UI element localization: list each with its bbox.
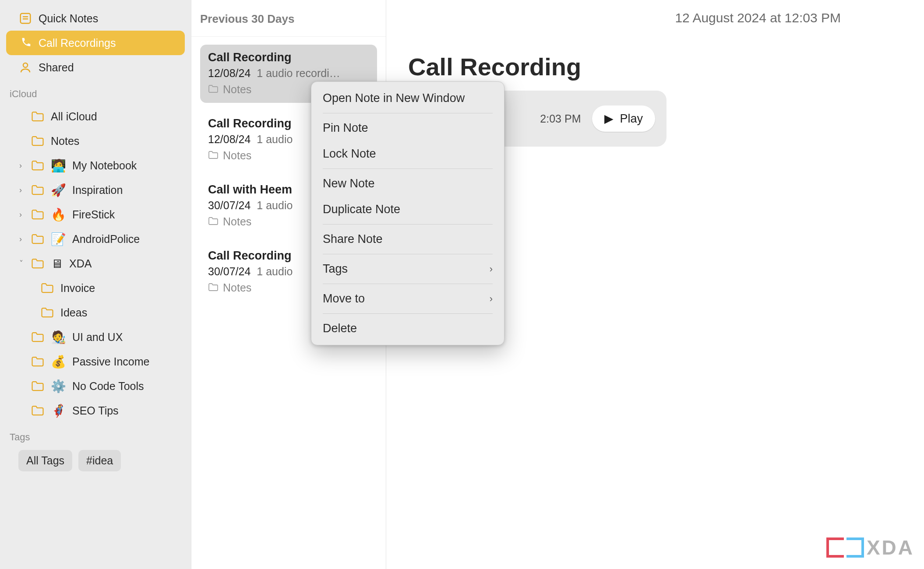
sidebar-folder-seo-tips[interactable]: ›🦸SEO Tips — [18, 398, 185, 423]
folder-emoji: 🔥 — [51, 207, 66, 222]
context-menu-label: Tags — [323, 262, 348, 276]
folder-icon — [31, 110, 45, 123]
sidebar-item-label: Call Recordings — [39, 37, 116, 49]
sidebar-folder-all-icloud[interactable]: ›All iCloud — [18, 104, 185, 129]
folder-icon — [31, 330, 45, 344]
sidebar-item-shared[interactable]: Shared — [6, 55, 185, 80]
note-item-date: 30/07/24 — [208, 265, 250, 278]
context-menu-separator — [323, 254, 493, 254]
chevron-down-icon[interactable]: ˅ — [19, 259, 23, 268]
play-button[interactable]: ▶ Play — [592, 105, 655, 132]
chevron-right-icon[interactable]: › — [19, 186, 22, 195]
context-menu-label: Delete — [323, 322, 357, 335]
chevron-right-icon[interactable]: › — [19, 161, 22, 170]
sidebar-folder-notes[interactable]: ›Notes — [18, 129, 185, 153]
play-label: Play — [620, 112, 643, 126]
sidebar-item-label: Inspiration — [72, 184, 123, 197]
sidebar-folder-passive-income[interactable]: ›💰Passive Income — [18, 349, 185, 374]
sidebar-folder-androidpolice[interactable]: ›📝AndroidPolice — [18, 227, 185, 251]
context-menu-item-lock-note[interactable]: Lock Note — [311, 141, 504, 167]
chevron-right-icon: › — [490, 263, 493, 275]
chevron-right-icon[interactable]: › — [19, 235, 22, 244]
shared-icon — [18, 61, 32, 74]
sidebar-item-label: FireStick — [72, 208, 115, 221]
sidebar-item-label: Passive Income — [72, 355, 149, 368]
sidebar-folder-invoice[interactable]: ›Invoice — [27, 276, 185, 300]
context-menu-label: Lock Note — [323, 147, 376, 161]
sidebar: Quick Notes Call Recordings Shared iClou… — [0, 0, 191, 569]
folder-emoji: 🚀 — [51, 183, 66, 197]
sidebar-item-quick-notes[interactable]: Quick Notes — [6, 6, 185, 31]
folder-icon — [31, 232, 45, 246]
folder-icon — [31, 257, 45, 270]
context-menu-item-delete[interactable]: Delete — [311, 316, 504, 341]
folder-icon — [208, 83, 219, 96]
sidebar-item-label: No Code Tools — [72, 380, 144, 393]
sidebar-item-label: Ideas — [60, 306, 87, 319]
folder-icon — [31, 208, 45, 221]
note-item-summary: 1 audio — [257, 133, 293, 146]
folder-icon — [208, 149, 219, 162]
note-item-folder: Notes — [223, 215, 251, 228]
context-menu-separator — [323, 224, 493, 225]
sidebar-item-label: XDA — [69, 257, 92, 270]
sidebar-section-icloud: iCloud — [6, 81, 185, 102]
note-item-summary: 1 audio recordi… — [257, 67, 340, 80]
sidebar-item-label: My Notebook — [72, 159, 137, 172]
sidebar-item-label: SEO Tips — [72, 404, 119, 417]
context-menu-item-duplicate-note[interactable]: Duplicate Note — [311, 197, 504, 222]
folder-emoji: 📝 — [51, 232, 66, 246]
context-menu-separator — [323, 113, 493, 113]
xda-watermark: XDA — [826, 536, 914, 559]
context-menu-separator — [323, 284, 493, 284]
sidebar-item-label: Quick Notes — [39, 12, 98, 25]
note-item-summary: 1 audio — [257, 199, 293, 212]
folder-emoji: 🧑‍🎨 — [51, 330, 66, 344]
folder-icon — [31, 134, 45, 148]
context-menu-item-pin-note[interactable]: Pin Note — [311, 115, 504, 141]
chevron-right-icon: › — [490, 293, 493, 305]
context-menu-item-tags[interactable]: Tags› — [311, 256, 504, 282]
note-item-folder: Notes — [223, 83, 251, 96]
folder-icon — [31, 379, 45, 393]
tag-chip[interactable]: #idea — [78, 450, 121, 471]
note-item-date: 30/07/24 — [208, 199, 250, 212]
folder-icon — [40, 306, 54, 319]
sidebar-folder-firestick[interactable]: ›🔥FireStick — [18, 202, 185, 227]
sidebar-folder-ideas[interactable]: ›Ideas — [27, 300, 185, 325]
context-menu-item-open-note-in-new-window[interactable]: Open Note in New Window — [311, 85, 504, 111]
context-menu-separator — [323, 313, 493, 314]
sidebar-folder-xda[interactable]: ˅🖥XDA — [18, 251, 185, 276]
tag-chip[interactable]: All Tags — [18, 450, 72, 471]
sidebar-folder-my-notebook[interactable]: ›🧑‍💻My Notebook — [18, 153, 185, 178]
play-icon: ▶ — [604, 112, 614, 126]
chevron-right-icon[interactable]: › — [19, 210, 22, 219]
context-menu-item-move-to[interactable]: Move to› — [311, 286, 504, 312]
sidebar-folder-inspiration[interactable]: ›🚀Inspiration — [18, 178, 185, 202]
context-menu-label: Open Note in New Window — [323, 91, 465, 105]
folder-emoji: 🖥 — [51, 256, 63, 271]
note-list-header: Previous 30 Days — [191, 4, 386, 37]
context-menu-label: New Note — [323, 177, 375, 190]
note-item-date: 12/08/24 — [208, 133, 250, 146]
note-timestamp: 12 August 2024 at 12:03 PM — [675, 11, 841, 25]
tags-row: All Tags#idea — [6, 447, 185, 471]
sidebar-folder-no-code-tools[interactable]: ›⚙️No Code Tools — [18, 374, 185, 398]
folder-emoji: 🦸 — [51, 404, 66, 418]
context-menu-item-share-note[interactable]: Share Note — [311, 226, 504, 252]
call-record-icon — [18, 36, 32, 49]
context-menu: Open Note in New WindowPin NoteLock Note… — [311, 81, 504, 345]
folder-icon — [40, 281, 54, 295]
folder-emoji: 💰 — [51, 355, 66, 369]
note-title: Call Recording — [408, 53, 906, 81]
sidebar-folder-ui-and-ux[interactable]: ›🧑‍🎨UI and UX — [18, 325, 185, 349]
svg-point-1 — [23, 63, 28, 67]
sidebar-item-call-recordings[interactable]: Call Recordings — [6, 31, 185, 55]
folder-icon — [31, 404, 45, 417]
sidebar-item-label: Invoice — [60, 282, 95, 295]
context-menu-item-new-note[interactable]: New Note — [311, 171, 504, 197]
sidebar-item-label: AndroidPolice — [72, 233, 140, 246]
context-menu-label: Share Note — [323, 232, 383, 246]
sidebar-section-tags: Tags — [6, 425, 185, 446]
note-item-folder: Notes — [223, 281, 251, 294]
